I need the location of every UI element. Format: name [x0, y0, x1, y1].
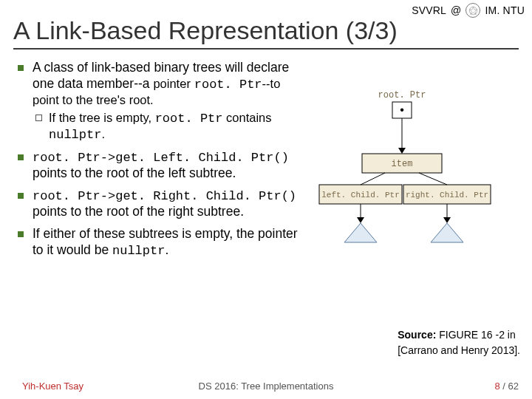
b4-code: nullptr — [112, 244, 165, 258]
header-right: SVVRL @ IM. NTU — [412, 3, 525, 18]
fig-right: right. Child. Ptr — [405, 191, 488, 200]
bullet-4: If either of these subtrees is empty, th… — [13, 226, 305, 259]
source-label: Source: — [398, 329, 436, 341]
tree-figure: root. Ptr • item left. Child. Ptr right.… — [315, 81, 514, 244]
slide-title: A Link-Based Representation (3/3) — [13, 16, 519, 45]
svg-line-8 — [419, 173, 447, 185]
b1-code: root. Ptr — [194, 78, 262, 92]
svg-marker-3 — [398, 148, 406, 154]
b1s-code2: nullptr — [49, 128, 101, 142]
b4-b: . — [165, 242, 168, 257]
dept-label: IM. NTU — [485, 4, 525, 16]
svg-marker-10 — [357, 217, 364, 223]
b2-code: root. Ptr->get. Left. Child. Ptr() — [33, 151, 289, 165]
footer-author: Yih-Kuen Tsay — [22, 381, 83, 392]
footer-center: DS 2016: Tree Implementations — [199, 381, 334, 392]
b1s-code1: root. Ptr — [155, 112, 223, 126]
text-column: A class of link-based binary trees will … — [13, 60, 305, 265]
bullet-1-sub: If the tree is empty, root. Ptr contains… — [33, 110, 305, 143]
bullet-3: root. Ptr->get. Right. Child. Ptr() poin… — [13, 188, 305, 220]
bullet-1: A class of link-based binary trees will … — [13, 60, 305, 143]
b1-pointer: pointer — [153, 77, 190, 90]
fig-item: item — [391, 159, 412, 169]
b1s-b: contains — [223, 111, 272, 124]
page-current: 8 — [494, 381, 499, 392]
b3-text: points to the root of the right subtree. — [33, 204, 244, 219]
slide-body: A class of link-based binary trees will … — [13, 60, 519, 265]
page-total: 62 — [508, 381, 519, 392]
b2-text: points to the root of the left subtree. — [33, 166, 236, 180]
figure-column: root. Ptr • item left. Child. Ptr right.… — [310, 60, 519, 265]
footer-page: 8 / 62 — [494, 381, 519, 392]
source-line2: [Carrano and Henry 2013]. — [398, 343, 520, 358]
footer: Yih-Kuen Tsay DS 2016: Tree Implementati… — [0, 381, 532, 396]
source-citation: Source: FIGURE 16 -2 in [Carrano and Hen… — [398, 327, 520, 358]
lab-label: SVVRL — [412, 4, 446, 16]
fig-left: left. Child. Ptr — [321, 191, 400, 200]
at-symbol: @ — [451, 4, 461, 16]
b1s-a: If the tree is empty, — [49, 111, 155, 124]
svg-marker-14 — [431, 223, 463, 242]
svg-marker-13 — [344, 223, 377, 242]
b3-code: root. Ptr->get. Right. Child. Ptr() — [33, 189, 296, 203]
ntu-logo-icon — [466, 3, 480, 18]
fig-root-label: root. Ptr — [378, 90, 426, 100]
page-sep: / — [500, 381, 508, 392]
title-rule — [13, 48, 519, 50]
svg-marker-12 — [443, 217, 451, 223]
b1s-c: . — [101, 127, 105, 140]
svg-line-7 — [361, 173, 385, 185]
fig-dot: • — [398, 104, 406, 117]
source-line1: FIGURE 16 -2 in — [436, 329, 515, 341]
bullet-2: root. Ptr->get. Left. Child. Ptr() point… — [13, 149, 305, 182]
slide: SVVRL @ IM. NTU A Link-Based Representat… — [0, 0, 532, 399]
